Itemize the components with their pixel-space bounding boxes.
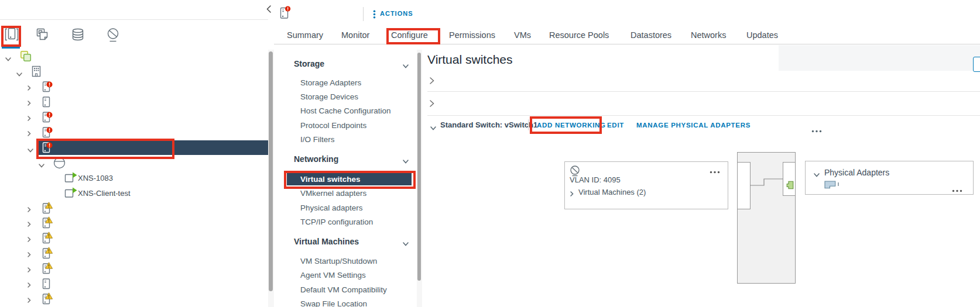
tree-row[interactable] bbox=[0, 140, 268, 155]
tabbar-divider bbox=[274, 44, 980, 44]
tab-monitor[interactable]: Monitor bbox=[341, 30, 369, 40]
config-menu-item-physical-adapters[interactable]: Physical adapters bbox=[300, 203, 363, 212]
tab-datastores[interactable]: Datastores bbox=[631, 30, 671, 40]
tree-row[interactable] bbox=[0, 201, 268, 216]
tree-expander-icon[interactable] bbox=[16, 69, 23, 80]
tree-expander-icon[interactable] bbox=[27, 265, 32, 275]
tree-row[interactable] bbox=[0, 125, 268, 140]
resource-pool-icon bbox=[53, 156, 66, 173]
tree-row[interactable]: XNS-1083 bbox=[0, 170, 268, 185]
vcenter-icon bbox=[19, 50, 32, 65]
config-menu-item-host-cache-configuration[interactable]: Host Cache Configuration bbox=[300, 106, 391, 115]
storage-icon[interactable] bbox=[70, 27, 87, 43]
physical-nic-icon[interactable] bbox=[824, 181, 836, 191]
section-chevron-icon[interactable] bbox=[402, 61, 409, 71]
physical-adapters-title: Physical Adapters bbox=[824, 168, 889, 177]
networking-icon[interactable] bbox=[105, 27, 122, 43]
vms-and-templates-icon[interactable] bbox=[35, 27, 51, 43]
expand-switch-row-icon[interactable] bbox=[429, 99, 435, 110]
config-menu-item-vm-startup-shutdown[interactable]: VM Startup/Shutdown bbox=[300, 257, 377, 265]
tree-expander-icon[interactable] bbox=[27, 205, 32, 215]
collapse-physical-adapters-icon[interactable] bbox=[813, 170, 820, 180]
tree-row[interactable] bbox=[0, 276, 268, 291]
error-badge-icon bbox=[46, 80, 53, 90]
section-chevron-icon[interactable] bbox=[402, 239, 409, 249]
warning-badge-icon bbox=[45, 201, 53, 211]
adapter-port-icon bbox=[786, 181, 794, 192]
tree-expander-icon[interactable] bbox=[27, 250, 32, 260]
warning-badge-icon bbox=[45, 230, 53, 241]
tree-row[interactable] bbox=[0, 246, 268, 261]
topology-connector-line bbox=[750, 175, 784, 189]
config-scrollbar-thumb[interactable] bbox=[417, 53, 421, 281]
tab-resource-pools[interactable]: Resource Pools bbox=[549, 30, 609, 40]
section-chevron-icon[interactable] bbox=[402, 156, 409, 167]
port-group-more-icon[interactable] bbox=[710, 165, 720, 176]
config-menu-item-storage-adapters[interactable]: Storage Adapters bbox=[300, 78, 361, 87]
config-section-networking[interactable]: Networking bbox=[294, 154, 338, 164]
tree-expander-icon[interactable] bbox=[27, 280, 32, 291]
virtual-machines-label[interactable]: Virtual Machines (2) bbox=[578, 188, 646, 196]
tab-vms[interactable]: VMs bbox=[514, 30, 531, 40]
config-menu-item-swap-file-location[interactable]: Swap File Location bbox=[300, 299, 367, 307]
expand-switch-row-icon[interactable] bbox=[429, 77, 435, 87]
config-menu-item-tcp-ip-configuration[interactable]: TCP/IP configuration bbox=[300, 218, 373, 226]
warning-badge-icon bbox=[45, 215, 53, 226]
tree-expander-icon[interactable] bbox=[27, 129, 32, 139]
tab-networks[interactable]: Networks bbox=[691, 30, 726, 40]
tree-row[interactable]: XNS-Client-test bbox=[0, 185, 268, 201]
config-menu-item-default-vm-compatibility[interactable]: Default VM Compatibility bbox=[300, 285, 387, 294]
more-actions-icon[interactable] bbox=[811, 125, 822, 135]
tree-row[interactable] bbox=[0, 79, 268, 94]
tree-expander-icon[interactable] bbox=[27, 295, 32, 306]
host-error-icon bbox=[279, 6, 291, 22]
tree-row[interactable] bbox=[0, 291, 268, 306]
tree-expander-icon[interactable] bbox=[5, 54, 12, 64]
tree-expander-icon[interactable] bbox=[27, 145, 34, 156]
tree-expander-icon[interactable] bbox=[27, 234, 32, 245]
content-toolbar-strip bbox=[779, 45, 980, 71]
tree-row[interactable] bbox=[0, 215, 268, 230]
collapse-vswitch-icon[interactable] bbox=[430, 123, 437, 133]
row-divider bbox=[427, 115, 980, 116]
tree-expander-icon[interactable] bbox=[27, 83, 32, 94]
warning-badge-icon bbox=[45, 246, 53, 256]
datacenter-icon bbox=[30, 65, 43, 80]
actions-button[interactable]: ACTIONS bbox=[380, 10, 413, 17]
config-menu-item-protocol-endpoints[interactable]: Protocol Endpoints bbox=[300, 121, 366, 130]
page-title: Virtual switches bbox=[427, 53, 513, 67]
config-section-virtual-machines[interactable]: Virtual Machines bbox=[294, 237, 359, 246]
switch-action-manage-physical-adapters[interactable]: MANAGE PHYSICAL ADAPTERS bbox=[636, 122, 751, 129]
tree-row[interactable] bbox=[0, 109, 268, 125]
tree-row[interactable] bbox=[0, 64, 268, 79]
tree-row[interactable] bbox=[0, 49, 268, 64]
host-icon bbox=[42, 96, 54, 110]
switch-action-add-networking[interactable]: ADD NETWORKING bbox=[537, 122, 606, 129]
config-menu-item-vmkernel-adapters[interactable]: VMkernel adapters bbox=[300, 189, 366, 198]
config-section-storage[interactable]: Storage bbox=[294, 59, 324, 68]
tree-row[interactable] bbox=[0, 155, 268, 170]
hosts-and-clusters-icon[interactable] bbox=[4, 27, 20, 43]
config-menu-item-storage-devices[interactable]: Storage Devices bbox=[300, 92, 358, 101]
tab-permissions[interactable]: Permissions bbox=[449, 30, 495, 40]
tree-expander-icon[interactable] bbox=[27, 98, 32, 109]
tree-row[interactable] bbox=[0, 261, 268, 276]
switch-action-edit[interactable]: EDIT bbox=[607, 122, 624, 129]
expand-virtual-machines-icon[interactable] bbox=[570, 189, 574, 199]
content-toolbar-button-partial[interactable] bbox=[973, 57, 980, 72]
tree-expander-icon[interactable] bbox=[38, 160, 45, 171]
config-menu-item-agent-vm-settings[interactable]: Agent VM Settings bbox=[300, 271, 366, 280]
tree-expander-icon[interactable] bbox=[27, 113, 32, 124]
tree-scrollbar-thumb[interactable] bbox=[269, 51, 273, 291]
tab-updates[interactable]: Updates bbox=[746, 30, 778, 40]
config-menu-item-i-o-filters[interactable]: I/O Filters bbox=[300, 135, 335, 144]
collapse-sidebar-button[interactable] bbox=[266, 5, 272, 16]
physical-adapters-more-icon[interactable] bbox=[952, 184, 962, 195]
tree-row[interactable] bbox=[0, 230, 268, 246]
tab-summary[interactable]: Summary bbox=[287, 30, 323, 40]
tree-expander-icon[interactable] bbox=[27, 219, 32, 230]
tree-row[interactable] bbox=[0, 94, 268, 109]
tree-item-label: XNS-Client-test bbox=[78, 189, 131, 198]
config-menu-item-virtual-switches[interactable]: Virtual switches bbox=[300, 175, 361, 184]
tab-configure[interactable]: Configure bbox=[391, 30, 428, 40]
